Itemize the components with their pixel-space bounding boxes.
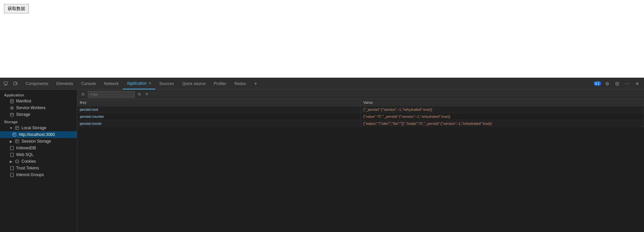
tab-bar-left-controls bbox=[0, 78, 21, 89]
table-cell-key-2: persist:movie bbox=[77, 120, 361, 127]
devtools-panel: Components Elements Console Network Appl… bbox=[0, 78, 644, 232]
tab-application-close[interactable]: ✕ bbox=[149, 81, 151, 85]
svg-point-24 bbox=[15, 160, 19, 163]
table-header: Key Value bbox=[77, 99, 644, 106]
sidebar-item-localhost[interactable]: http://localhost:3060 bbox=[0, 131, 77, 138]
tab-components[interactable]: Components bbox=[21, 78, 52, 89]
filter-input[interactable] bbox=[88, 91, 135, 98]
col-header-key: Key bbox=[77, 99, 361, 106]
tab-quick-source[interactable]: Quick source bbox=[178, 78, 210, 89]
tab-elements[interactable]: Elements bbox=[52, 78, 77, 89]
sidebar-item-local-storage[interactable]: ▼ Local Storage bbox=[0, 125, 77, 131]
more-options-icon[interactable]: ⋯ bbox=[623, 80, 631, 88]
svg-rect-13 bbox=[15, 126, 19, 130]
cookies-icon bbox=[15, 159, 19, 164]
table-cell-value-2: {"status":"\"idle\"","list":"[]","totals… bbox=[361, 120, 644, 127]
localhost-icon bbox=[12, 132, 17, 137]
indexeddb-icon bbox=[9, 146, 14, 150]
tabs-container: Components Elements Console Network Appl… bbox=[21, 78, 591, 89]
session-storage-icon bbox=[15, 139, 19, 144]
local-storage-icon bbox=[15, 126, 19, 130]
sidebar-item-indexeddb[interactable]: IndexedDB bbox=[0, 145, 77, 151]
trust-tokens-icon bbox=[9, 166, 14, 170]
table-cell-key-0: persist:root bbox=[77, 106, 361, 113]
table-row[interactable]: persist:counter {"value":"0","_persist":… bbox=[77, 113, 644, 120]
svg-rect-2 bbox=[14, 82, 16, 85]
manifest-icon bbox=[9, 99, 14, 103]
svg-point-12 bbox=[10, 113, 13, 114]
interest-groups-icon bbox=[9, 172, 14, 177]
refresh-storage-button[interactable]: ↻ bbox=[80, 91, 87, 98]
storage-app-icon bbox=[9, 112, 14, 117]
inspect-icon[interactable] bbox=[2, 80, 10, 88]
svg-point-27 bbox=[17, 162, 18, 162]
svg-point-5 bbox=[616, 83, 618, 84]
page-area: 获取数据 bbox=[0, 0, 644, 78]
notification-badge[interactable]: ℹ 1 bbox=[594, 81, 601, 86]
clear-filter-icon[interactable]: ⊘ bbox=[136, 91, 142, 97]
sidebar-item-manifest[interactable]: Manifest bbox=[0, 98, 77, 104]
settings-icon[interactable]: ⚙ bbox=[603, 80, 611, 88]
svg-rect-29 bbox=[10, 173, 13, 177]
col-header-value: Value bbox=[361, 99, 644, 106]
fetch-data-button[interactable]: 获取数据 bbox=[4, 4, 29, 13]
main-panel: ↻ ⊘ ✕ Key Value persist:root {"_persist"… bbox=[77, 90, 644, 232]
local-storage-chevron[interactable]: ▼ bbox=[9, 126, 13, 130]
service-workers-icon bbox=[9, 105, 14, 110]
session-storage-chevron[interactable]: ▶ bbox=[9, 140, 13, 143]
extensions-icon[interactable] bbox=[613, 80, 621, 88]
tab-profiler[interactable]: Profiler bbox=[210, 78, 230, 89]
svg-rect-1 bbox=[5, 85, 7, 85]
table-row[interactable]: persist:root {"_persist":{"version":-1,"… bbox=[77, 106, 644, 113]
cookies-chevron[interactable]: ▶ bbox=[9, 160, 13, 163]
svg-rect-22 bbox=[10, 146, 13, 150]
tab-add[interactable]: + bbox=[250, 78, 261, 89]
svg-rect-28 bbox=[10, 166, 13, 170]
tab-application[interactable]: Application ✕ bbox=[123, 78, 155, 89]
svg-point-26 bbox=[17, 161, 18, 161]
application-section-title: Application bbox=[0, 91, 77, 98]
table-cell-value-0: {"_persist":{"version":-1,"rehydrated":t… bbox=[361, 106, 644, 113]
svg-rect-0 bbox=[4, 82, 7, 84]
sidebar-item-interest-groups[interactable]: Interest Groups bbox=[0, 171, 77, 178]
web-sql-icon bbox=[9, 152, 14, 157]
svg-rect-23 bbox=[10, 153, 13, 157]
svg-rect-3 bbox=[16, 82, 17, 84]
sidebar-item-web-sql[interactable]: Web SQL bbox=[0, 151, 77, 158]
close-filter-icon[interactable]: ✕ bbox=[144, 91, 150, 97]
sidebar-item-cookies[interactable]: ▶ Cookies bbox=[0, 158, 77, 165]
tab-redux[interactable]: Redux bbox=[230, 78, 250, 89]
close-devtools-icon[interactable]: ✕ bbox=[633, 80, 641, 88]
sidebar-item-service-workers[interactable]: Service Workers bbox=[0, 104, 77, 111]
table-row[interactable]: persist:movie {"status":"\"idle\"","list… bbox=[77, 120, 644, 127]
panel-toolbar: ↻ ⊘ ✕ bbox=[77, 90, 644, 99]
svg-point-4 bbox=[615, 82, 619, 85]
devtools-body: Application Manifest bbox=[0, 90, 644, 232]
svg-rect-19 bbox=[15, 140, 19, 143]
svg-point-25 bbox=[16, 161, 17, 161]
svg-point-11 bbox=[11, 107, 12, 108]
sidebar-item-session-storage[interactable]: ▶ Session Storage bbox=[0, 138, 77, 145]
svg-rect-16 bbox=[13, 133, 16, 136]
device-icon[interactable] bbox=[11, 80, 19, 88]
tab-sources[interactable]: Sources bbox=[155, 78, 178, 89]
data-table: Key Value persist:root {"_persist":{"ver… bbox=[77, 99, 644, 232]
table-cell-value-1: {"value":"0","_persist":{"version":-1,"r… bbox=[361, 113, 644, 120]
sidebar-item-storage-app[interactable]: Storage bbox=[0, 111, 77, 118]
sidebar: Application Manifest bbox=[0, 90, 77, 232]
tab-bar: Components Elements Console Network Appl… bbox=[0, 78, 644, 90]
tab-bar-right-controls: ℹ 1 ⚙ ⋯ ✕ bbox=[591, 78, 644, 89]
tab-console[interactable]: Console bbox=[77, 78, 100, 89]
storage-section-title: Storage bbox=[0, 118, 77, 125]
sidebar-item-trust-tokens[interactable]: Trust Tokens bbox=[0, 165, 77, 171]
table-cell-key-1: persist:counter bbox=[77, 113, 361, 120]
tab-network[interactable]: Network bbox=[100, 78, 123, 89]
